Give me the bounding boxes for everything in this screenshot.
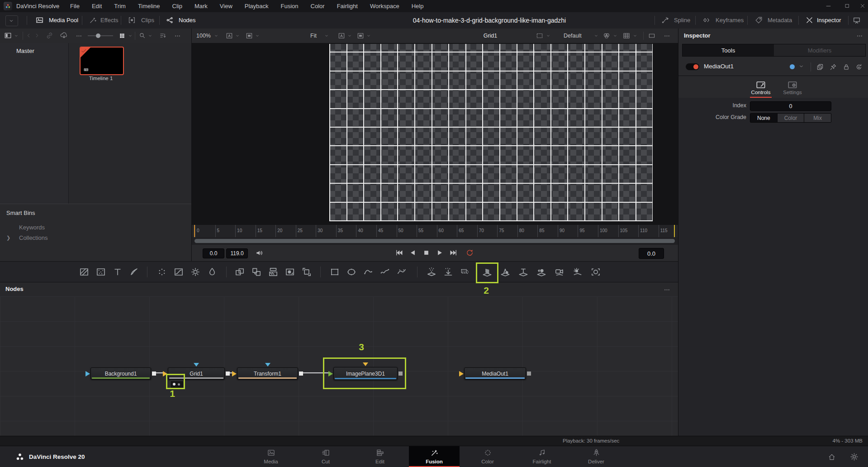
page-tab-deliver[interactable]: Deliver <box>571 446 621 467</box>
link-icon[interactable] <box>45 31 54 40</box>
merge-tool-icon[interactable] <box>234 266 246 278</box>
renderer-3d-tool-icon[interactable] <box>590 266 602 278</box>
menu-color[interactable]: Color <box>311 3 325 10</box>
bin-master[interactable]: Master <box>16 48 34 54</box>
render-time-field[interactable]: 0.0 <box>639 248 664 259</box>
slider-knob[interactable] <box>96 33 100 38</box>
play-icon[interactable] <box>435 248 445 257</box>
node-color-dot[interactable] <box>790 64 795 69</box>
node-output[interactable] <box>226 372 230 376</box>
right-viewer-layout-icon[interactable] <box>356 32 365 40</box>
right-viewer-zoom-select[interactable]: Fit <box>310 33 317 39</box>
page-tab-fairlight[interactable]: Fairlight <box>517 446 567 467</box>
spot-light-3d-tool-icon[interactable] <box>572 266 583 278</box>
menu-fusion[interactable]: Fusion <box>281 3 299 10</box>
text-3d-tool-icon[interactable] <box>517 266 529 278</box>
chevron-down-icon[interactable] <box>147 33 153 38</box>
chevron-down-icon[interactable] <box>366 33 371 38</box>
delta-keyer-tool-icon[interactable] <box>284 266 296 278</box>
sort-icon[interactable] <box>159 32 167 39</box>
chevron-right-icon[interactable]: ❯ <box>6 235 10 241</box>
matte-control-tool-icon[interactable] <box>267 266 279 278</box>
nav-forward-icon[interactable] <box>33 32 40 39</box>
viewer-canvas[interactable] <box>192 43 678 225</box>
node-mediaout1[interactable]: MediaOut1 <box>464 367 526 380</box>
node-output[interactable] <box>527 372 531 376</box>
chevron-down-icon[interactable] <box>324 33 329 38</box>
minimize-icon[interactable] <box>825 3 832 10</box>
maximize-icon[interactable] <box>844 3 850 9</box>
smart-bin-collections[interactable]: Collections <box>19 234 48 241</box>
skip-start-icon[interactable] <box>394 248 404 257</box>
index-input[interactable]: 0 <box>750 101 831 111</box>
menu-file[interactable]: File <box>70 3 80 10</box>
metadata-button[interactable]: Metadata <box>752 12 801 29</box>
menu-view[interactable]: View <box>220 3 232 10</box>
stop-icon[interactable] <box>422 248 431 257</box>
smart-bin-keywords[interactable]: Keywords <box>19 224 45 231</box>
color-grade-option-color[interactable]: Color <box>778 114 805 122</box>
chevron-down-icon[interactable] <box>255 33 260 38</box>
playhead-marker[interactable] <box>194 225 195 237</box>
menu-help[interactable]: Help <box>412 3 424 10</box>
menu-fairlight[interactable]: Fairlight <box>337 3 358 10</box>
reset-icon[interactable] <box>855 63 863 71</box>
timeline-scrollbar[interactable] <box>194 239 675 243</box>
particle-spawn-tool-icon[interactable] <box>459 266 471 278</box>
node-background1[interactable]: Background1 <box>90 367 151 380</box>
page-tab-edit[interactable]: Edit <box>355 446 405 467</box>
keyframes-button[interactable]: Keyframes <box>699 12 749 29</box>
roi-icon[interactable] <box>536 32 544 40</box>
skip-end-icon[interactable] <box>449 248 458 257</box>
color-grade-option-mix[interactable]: Mix <box>804 114 831 122</box>
polyline-mask-tool-icon[interactable] <box>379 266 391 278</box>
shape-3d-tool-icon[interactable] <box>499 266 511 278</box>
gear-icon[interactable] <box>849 452 859 462</box>
inspector-tab-modifiers[interactable]: Modifiers <box>774 44 865 56</box>
color-corrector-tool-icon[interactable] <box>156 266 168 278</box>
right-viewer-channel-icon[interactable] <box>337 32 346 40</box>
lut-select[interactable]: Default <box>564 33 582 39</box>
interface-toggle-button[interactable] <box>5 15 18 26</box>
ellipse-mask-tool-icon[interactable] <box>346 266 357 278</box>
node-input[interactable] <box>459 371 464 376</box>
play-reverse-icon[interactable] <box>408 248 417 257</box>
ellipsis-icon[interactable] <box>75 32 83 40</box>
app-menu[interactable]: DaVinci Resolve <box>16 3 59 10</box>
nav-back-icon[interactable] <box>25 32 32 39</box>
grid-view-icon[interactable] <box>119 32 126 39</box>
menu-timeline[interactable]: Timeline <box>138 3 160 10</box>
page-tab-color[interactable]: Color <box>462 446 513 467</box>
chevron-down-icon[interactable] <box>632 33 638 38</box>
node-mask-input[interactable] <box>194 363 199 367</box>
menu-playback[interactable]: Playback <box>245 3 269 10</box>
media-pool-button[interactable]: Media Pool <box>33 12 82 29</box>
search-icon[interactable] <box>138 32 146 39</box>
merge-3d-tool-icon[interactable] <box>536 266 547 278</box>
particle-render-tool-icon[interactable] <box>442 266 454 278</box>
chevron-down-icon[interactable] <box>128 33 133 38</box>
close-icon[interactable] <box>859 3 866 9</box>
smart-bins-header[interactable]: Smart Bins <box>6 210 35 216</box>
menu-edit[interactable]: Edit <box>92 3 102 10</box>
guides-icon[interactable] <box>622 32 631 40</box>
node-enable-toggle[interactable] <box>686 63 699 70</box>
clip-label[interactable]: Timeline 1 <box>80 76 122 81</box>
lock-icon[interactable] <box>842 63 850 71</box>
duration-field[interactable]: 119.0 <box>226 248 248 258</box>
chevron-down-icon[interactable] <box>593 33 599 38</box>
node-input[interactable] <box>85 371 90 376</box>
background-tool-icon[interactable] <box>78 266 90 278</box>
nodes-button[interactable]: Nodes <box>163 12 212 29</box>
home-icon[interactable] <box>828 453 836 461</box>
inspector-tab-tools[interactable]: Tools <box>683 44 774 56</box>
node-mask-input[interactable] <box>265 363 270 367</box>
text-plus-tool-icon[interactable] <box>112 266 123 278</box>
pin-icon[interactable] <box>829 63 837 71</box>
ellipsis-icon[interactable] <box>174 32 181 40</box>
audio-mute-icon[interactable] <box>255 248 264 257</box>
left-viewer-layout-icon[interactable] <box>245 32 253 40</box>
node-input[interactable] <box>232 371 237 376</box>
paint-tool-icon[interactable] <box>128 266 140 278</box>
polygon-mask-tool-icon[interactable] <box>362 266 374 278</box>
